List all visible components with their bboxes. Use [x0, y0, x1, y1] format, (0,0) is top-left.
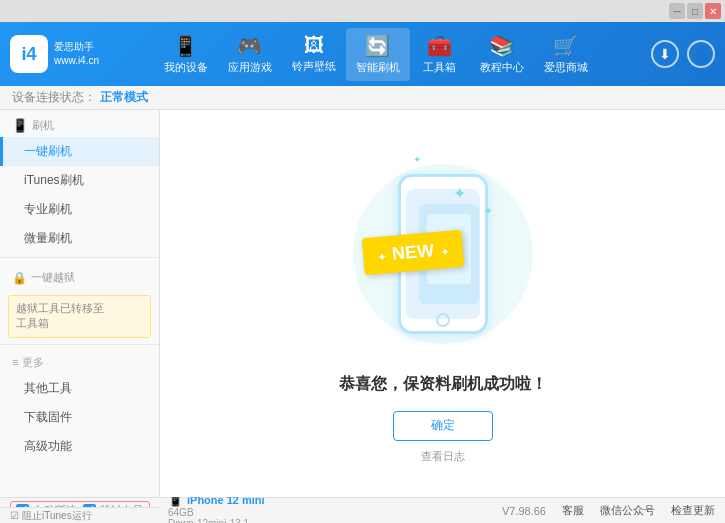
- sparkle2: ✦: [413, 154, 421, 165]
- new-badge-text: NEW: [391, 240, 435, 264]
- nav-tutorials-icon: 📚: [489, 34, 514, 58]
- minimize-btn[interactable]: ─: [669, 3, 685, 19]
- logo-symbol: i4: [21, 44, 36, 65]
- sidebar-divider2: [0, 344, 159, 345]
- logo-icon: i4: [10, 35, 48, 73]
- close-btn[interactable]: ✕: [705, 3, 721, 19]
- device-info: 📱 iPhone 12 mini 64GB Down-12mini-13,1: [168, 493, 265, 524]
- lock-icon: 🔒: [12, 271, 27, 285]
- notice-text: 越狱工具已转移至工具箱: [16, 302, 104, 329]
- maximize-btn[interactable]: □: [687, 3, 703, 19]
- status-bar: 设备连接状态： 正常模式: [0, 86, 725, 110]
- nav-my-device[interactable]: 📱 我的设备: [154, 28, 218, 81]
- update-link[interactable]: 检查更新: [671, 503, 715, 518]
- nav-toolbox-icon: 🧰: [427, 34, 452, 58]
- sparkle1: ✦: [453, 184, 466, 203]
- notice-box: 越狱工具已转移至工具箱: [8, 295, 151, 338]
- sidebar-item-other-tools[interactable]: 其他工具: [0, 374, 159, 403]
- sidebar-item-download-firmware[interactable]: 下载固件: [0, 403, 159, 432]
- sidebar-item-itunes-flash[interactable]: iTunes刷机: [0, 166, 159, 195]
- jailbreak-label: 一键越狱: [31, 270, 75, 285]
- sidebar: 📱 刷机 一键刷机 iTunes刷机 专业刷机 微量刷机 🔒 一键越狱 越狱工具…: [0, 110, 160, 497]
- itunes-notice-text: 阻止iTunes运行: [22, 509, 92, 523]
- device-model: Down-12mini-13,1: [168, 518, 265, 524]
- sidebar-jailbreak-group: 🔒 一键越狱: [0, 262, 159, 289]
- logo-area: i4 爱思助手 www.i4.cn: [10, 35, 100, 73]
- new-badge: NEW: [361, 229, 464, 275]
- confirm-button[interactable]: 确定: [393, 411, 493, 441]
- sidebar-more-group: ≡ 更多: [0, 349, 159, 374]
- header: i4 爱思助手 www.i4.cn 📱 我的设备 🎮 应用游戏 🖼 铃声壁纸 🔄…: [0, 22, 725, 86]
- sidebar-group-flash: 📱 刷机: [0, 110, 159, 137]
- nav-apps-label: 应用游戏: [228, 60, 272, 75]
- nav-tutorials-label: 教程中心: [480, 60, 524, 75]
- title-bar: ─ □ ✕: [0, 0, 725, 22]
- nav-store[interactable]: 🛒 爱思商城: [534, 28, 598, 81]
- nav-store-icon: 🛒: [553, 34, 578, 58]
- more-group-icon: ≡: [12, 356, 18, 368]
- sidebar-item-pro-flash[interactable]: 专业刷机: [0, 195, 159, 224]
- main-layout: 📱 刷机 一键刷机 iTunes刷机 专业刷机 微量刷机 🔒 一键越狱 越狱工具…: [0, 110, 725, 497]
- status-value: 正常模式: [100, 89, 148, 106]
- itunes-notice-bar: ☑ 阻止iTunes运行: [0, 507, 160, 523]
- flash-group-icon: 📱: [12, 118, 28, 133]
- bottom-right: V7.98.66 客服 微信公众号 检查更新: [502, 503, 715, 518]
- nav-my-device-label: 我的设备: [164, 60, 208, 75]
- support-link[interactable]: 客服: [562, 503, 584, 518]
- sidebar-item-one-click-flash[interactable]: 一键刷机: [0, 137, 159, 166]
- nav-toolbox[interactable]: 🧰 工具箱: [410, 28, 470, 81]
- nav-items: 📱 我的设备 🎮 应用游戏 🖼 铃声壁纸 🔄 智能刷机 🧰 工具箱 📚 教程中心…: [100, 28, 651, 81]
- nav-apps[interactable]: 🎮 应用游戏: [218, 28, 282, 81]
- flash-group-label: 刷机: [32, 118, 54, 133]
- nav-wallpaper-label: 铃声壁纸: [292, 59, 336, 74]
- device-storage: 64GB: [168, 507, 265, 518]
- success-illustration: NEW ✦ ✦ ✦: [353, 144, 533, 364]
- sidebar-divider1: [0, 257, 159, 258]
- success-text: 恭喜您，保资料刷机成功啦！: [339, 374, 547, 395]
- nav-my-device-icon: 📱: [173, 34, 198, 58]
- version-text: V7.98.66: [502, 505, 546, 517]
- logo-text: 爱思助手 www.i4.cn: [54, 40, 99, 68]
- view-log-link[interactable]: 查看日志: [421, 449, 465, 464]
- logo-line2: www.i4.cn: [54, 54, 99, 68]
- nav-wallpaper-icon: 🖼: [304, 34, 324, 57]
- user-btn[interactable]: 👤: [687, 40, 715, 68]
- nav-wallpaper[interactable]: 🖼 铃声壁纸: [282, 28, 346, 80]
- nav-apps-icon: 🎮: [237, 34, 262, 58]
- nav-smart-flash[interactable]: 🔄 智能刷机: [346, 28, 410, 81]
- content-area: NEW ✦ ✦ ✦ 恭喜您，保资料刷机成功啦！ 确定 查看日志: [160, 110, 725, 497]
- more-group-label: 更多: [22, 355, 44, 370]
- itunes-checkbox-icon: ☑: [10, 510, 19, 521]
- logo-line1: 爱思助手: [54, 40, 99, 54]
- sparkle3: ✦: [483, 204, 493, 218]
- phone-home-btn: [436, 313, 450, 327]
- download-btn[interactable]: ⬇: [651, 40, 679, 68]
- nav-right: ⬇ 👤: [651, 40, 715, 68]
- status-label: 设备连接状态：: [12, 89, 96, 106]
- sidebar-item-advanced[interactable]: 高级功能: [0, 432, 159, 461]
- sidebar-item-dual-flash[interactable]: 微量刷机: [0, 224, 159, 253]
- nav-tutorials[interactable]: 📚 教程中心: [470, 28, 534, 81]
- nav-smart-flash-label: 智能刷机: [356, 60, 400, 75]
- nav-smart-flash-icon: 🔄: [365, 34, 390, 58]
- wechat-link[interactable]: 微信公众号: [600, 503, 655, 518]
- nav-store-label: 爱思商城: [544, 60, 588, 75]
- nav-toolbox-label: 工具箱: [423, 60, 456, 75]
